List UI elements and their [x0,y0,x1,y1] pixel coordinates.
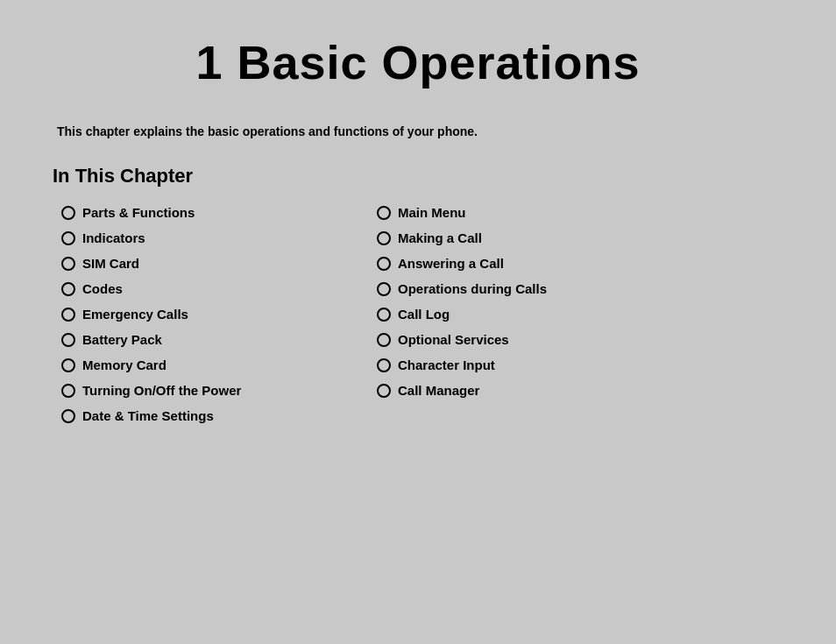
bullet-icon [377,257,391,271]
section-heading: In This Chapter [53,165,783,188]
bullet-icon [377,308,391,322]
toc-item-label: Optional Services [398,332,509,347]
toc-item-label: SIM Card [82,256,139,271]
bullet-icon [61,231,75,245]
toc-item-label: Call Manager [398,383,479,398]
bullet-icon [377,384,391,398]
toc-item-label: Answering a Call [398,256,504,271]
toc-left-item[interactable]: Battery Pack [61,329,324,350]
toc-right-item[interactable]: Call Log [377,303,640,325]
toc-item-label: Operations during Calls [398,281,547,296]
bullet-icon [377,358,391,372]
toc-right-item[interactable]: Operations during Calls [377,278,640,300]
toc-right-item[interactable]: Main Menu [377,202,640,223]
toc-item-label: Character Input [398,357,495,372]
bullet-icon [377,231,391,245]
bullet-icon [61,257,75,271]
toc-item-label: Date & Time Settings [82,408,214,423]
bullet-icon [61,282,75,296]
toc-right-item[interactable]: Call Manager [377,379,640,401]
toc-item-label: Codes [82,281,123,296]
toc-left-item[interactable]: SIM Card [61,252,324,274]
bullet-icon [61,409,75,423]
bullet-icon [61,384,75,398]
toc-item-label: Battery Pack [82,332,162,347]
toc-left-item[interactable]: Indicators [61,227,324,249]
toc-item-label: Emergency Calls [82,307,188,322]
page: 1 Basic Operations This chapter explains… [0,0,836,644]
toc-left-item[interactable]: Codes [61,278,324,300]
bullet-icon [61,358,75,372]
bullet-icon [61,206,75,220]
toc-item-label: Indicators [82,230,145,245]
toc-item-label: Turning On/Off the Power [82,383,241,398]
toc-right-item[interactable]: Optional Services [377,329,640,350]
toc-left-item[interactable]: Parts & Functions [61,202,324,223]
toc-item-label: Call Log [398,307,450,322]
toc-left-item[interactable]: Turning On/Off the Power [61,379,324,401]
toc-container: Parts & FunctionsIndicatorsSIM CardCodes… [61,202,783,427]
toc-right-item[interactable]: Making a Call [377,227,640,249]
bullet-icon [377,282,391,296]
toc-left-column: Parts & FunctionsIndicatorsSIM CardCodes… [61,202,324,427]
toc-item-label: Main Menu [398,205,466,220]
toc-left-item[interactable]: Memory Card [61,354,324,376]
toc-item-label: Parts & Functions [82,205,195,220]
bullet-icon [61,333,75,347]
toc-left-item[interactable]: Emergency Calls [61,303,324,325]
chapter-title: 1 Basic Operations [53,35,783,89]
toc-right-item[interactable]: Answering a Call [377,252,640,274]
chapter-description: This chapter explains the basic operatio… [57,124,783,138]
bullet-icon [377,333,391,347]
toc-right-item[interactable]: Character Input [377,354,640,376]
toc-left-item[interactable]: Date & Time Settings [61,405,324,427]
toc-right-column: Main MenuMaking a CallAnswering a CallOp… [377,202,640,427]
toc-item-label: Memory Card [82,357,166,372]
bullet-icon [377,206,391,220]
toc-item-label: Making a Call [398,230,482,245]
bullet-icon [61,308,75,322]
